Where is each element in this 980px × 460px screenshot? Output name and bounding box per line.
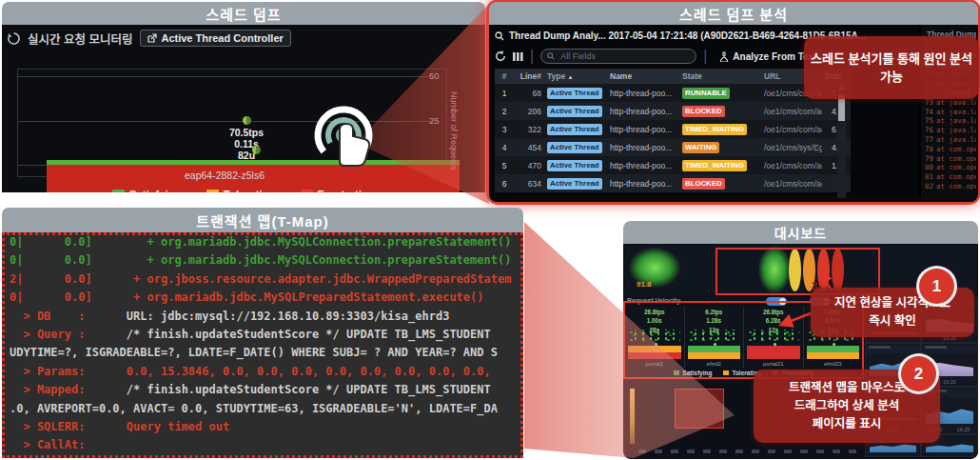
tmap-line: .0, AVREPORT=0.0, AVACT= 0.0, STUDYTIME=… — [10, 402, 519, 420]
type-badge: Active Thread — [547, 106, 602, 117]
col-header-state[interactable]: State — [679, 71, 761, 81]
state-badge: BLOCKED — [682, 178, 725, 190]
cluster-value: 91.8 — [637, 280, 652, 289]
tooltip-tps: 70.5tps — [229, 127, 264, 138]
monitor-toolbar: 실시간 요청 모니터링 Active Thread Controller — [8, 29, 291, 48]
tmap-panel: 트랜잭션 맵(T-Map) 0| 0.0] + org.mariadb.jdbc… — [2, 208, 523, 458]
col-header-type[interactable]: Type ▲ — [544, 71, 607, 81]
thread-row[interactable]: 6 634 Active Thread http-thread-poo... B… — [495, 174, 851, 192]
thread-table-header: # Line# Type ▲ Name State URL Durati... — [495, 69, 851, 84]
mini-area — [926, 441, 973, 452]
thread-table: # Line# Type ▲ Name State URL Durati... … — [495, 69, 851, 198]
thread-dump-title: 스레드 덤프 — [2, 2, 485, 25]
tmap-line: 0| 0.0] + org.mariadb.jdbc.MySQLConnecti… — [10, 235, 519, 253]
thread-row[interactable]: 1 68 Active Thread http-thread-poo... RU… — [495, 84, 851, 102]
monitor-label: 실시간 요청 모니터링 — [28, 30, 132, 48]
tmap-line: > Mapped: /* finish.updateStudentScore *… — [10, 383, 519, 401]
y-density-bar — [630, 389, 635, 444]
col-header-name[interactable]: Name — [607, 71, 679, 81]
thread-row[interactable]: 4 454 Active Thread http-thread-poo... W… — [495, 138, 851, 156]
thread-table-body: 1 68 Active Thread http-thread-poo... RU… — [495, 84, 851, 192]
tmap-line: > SQLERR: Query timed out — [10, 420, 519, 438]
time-axis — [638, 450, 859, 453]
active-thread-controller-button[interactable]: Active Thread Controller — [140, 30, 290, 47]
divider: | — [530, 48, 534, 65]
col-header-line[interactable]: Line# — [514, 71, 544, 81]
legend-item: Satisfying — [112, 189, 182, 192]
thread-dump-panel: 스레드 덤프 실시간 요청 모니터링 Active Thread Control… — [2, 2, 485, 192]
external-link-icon — [147, 33, 157, 43]
search-icon — [547, 52, 555, 60]
flask-icon — [719, 51, 729, 62]
stack-line: 78at com.opennaru.k — [921, 145, 976, 154]
tmap-line: 0| 0.0] + org.mariadb.jdbc.MySQLConnecti… — [10, 253, 519, 271]
stack-line: 74at java.lang.Except — [921, 108, 976, 117]
mini-chart-header — [866, 346, 920, 353]
screenshot-canvas: 스레드 덤프 실시간 요청 모니터링 Active Thread Control… — [0, 0, 980, 460]
type-badge: Active Thread — [547, 178, 602, 190]
search-field[interactable] — [540, 49, 696, 64]
tmap-line: > Query : /* finish.updateStudentScore *… — [10, 328, 519, 346]
tmap-line: UDYTIME=?, ISGRADEABLE=?, LDATE=F_DATE()… — [10, 346, 519, 364]
type-badge: Active Thread — [547, 124, 602, 135]
legend-swatch — [301, 190, 313, 192]
stack-line: 77at java.lang.Class — [921, 135, 976, 145]
analysis-title: 스레드 덤프 분석 — [489, 2, 978, 25]
legend-swatch — [206, 190, 219, 192]
table-scrollbar[interactable]: ▲ — [837, 84, 846, 198]
col-header-num[interactable]: # — [495, 71, 514, 81]
dashboard-title: 대시보드 — [623, 221, 978, 244]
type-badge: Active Thread — [547, 88, 602, 99]
y-axis-label: Number of Requests — [449, 78, 459, 183]
thread-row[interactable]: 3 322 Active Thread http-thread-poo... T… — [495, 120, 851, 138]
gridline — [18, 76, 431, 77]
stack-line: 80at com.opennaru.k — [921, 163, 976, 172]
state-badge: TIMED_WAITING — [682, 160, 747, 171]
tmap-line: > Params: 0.0, 15.3846, 0.0, 0.0, 0.0, 0… — [10, 365, 519, 383]
drag-selection-rect[interactable] — [675, 389, 724, 429]
thread-row[interactable]: 2 206 Active Thread http-thread-poo... B… — [495, 102, 851, 120]
node-marker-icon — [252, 146, 261, 154]
state-badge: BLOCKED — [682, 106, 725, 117]
apdex-legend: SatisfyingToleratingFrustrating — [2, 189, 485, 192]
step-badge-2: 2 — [901, 356, 936, 391]
tmap-line: > CallAt: — [10, 438, 519, 453]
divider: | — [703, 48, 707, 65]
legend-item: Tolerating — [206, 189, 276, 192]
analysis-toolbar: | | Analyze From Text — [495, 48, 822, 65]
stack-line: 73at java.lang.Throw — [921, 98, 976, 108]
search-icon — [495, 31, 504, 41]
tmap-line: 0| 0.0] + org.mariadb.jdbc.MySQLPrepared… — [10, 290, 519, 309]
state-badge: TIMED_WAITING — [682, 124, 747, 135]
columns-icon[interactable] — [513, 51, 523, 62]
tmap-title: 트랜잭션 맵(T-Map) — [2, 208, 523, 232]
refresh-icon[interactable] — [8, 32, 20, 45]
state-badge: RUNNABLE — [682, 88, 730, 99]
state-badge: WAITING — [682, 142, 719, 153]
tmap-line: > DB : URL: jdbc:mysql://192.168.10.89:3… — [10, 310, 519, 328]
mini-chart-header — [922, 346, 977, 353]
stack-line: 79at com.opennaru.k — [921, 154, 976, 164]
stack-line: 82at com.opennaru.k — [921, 182, 976, 191]
type-badge: Active Thread — [547, 160, 602, 171]
step-badge-1: 1 — [919, 269, 954, 304]
callout-analysis: 스레드 분석기를 통해 원인 분석 가능 — [804, 36, 979, 99]
node-marker-icon — [243, 116, 251, 125]
thread-dump-analysis-panel: 스레드 덤프 분석 Thread Dump Analy... 2017-05-0… — [489, 2, 978, 202]
legend-swatch — [112, 190, 125, 192]
stack-line: 75at java.lang.Refle — [921, 116, 976, 126]
y-tick-50: 50 — [429, 70, 440, 81]
stack-line: 76at java.lang.NoSu — [921, 126, 976, 135]
search-input[interactable] — [559, 50, 676, 62]
tap-gesture-icon — [303, 101, 384, 183]
tmap-line: 2| 0.0] + org.jboss.resource.adapter.jdb… — [10, 272, 519, 290]
type-badge: Active Thread — [547, 142, 602, 153]
legend-item: Frustrating — [301, 189, 376, 192]
sort-asc-icon: ▲ — [568, 74, 574, 80]
refresh-icon[interactable] — [495, 50, 506, 62]
y-tick-25: 25 — [429, 115, 440, 126]
stack-line: 81at com.opennaru.k — [921, 172, 976, 182]
thread-row[interactable]: 5 470 Active Thread http-thread-poo... T… — [495, 156, 851, 174]
tmap-stack-detail[interactable]: 0| 0.0] + org.mariadb.jdbc.MySQLConnecti… — [10, 235, 519, 453]
